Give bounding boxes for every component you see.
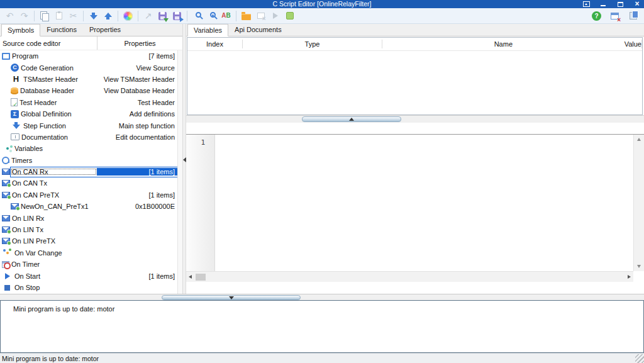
find-button[interactable] xyxy=(190,9,204,23)
symbols-tree: Program [7 items] Code Generation View S… xyxy=(0,50,182,294)
tree-row[interactable]: On Start [1 items] xyxy=(0,270,178,281)
tree-item-value[interactable]: Test Header xyxy=(97,99,177,106)
close-window-button[interactable] xyxy=(608,9,622,23)
column-source-code-editor[interactable]: Source code editor xyxy=(0,36,97,50)
tree-row[interactable]: Test Header Test Header xyxy=(0,97,178,108)
window-layout-button[interactable] xyxy=(626,9,640,23)
code-content[interactable] xyxy=(215,135,644,282)
export-button[interactable]: ↗ xyxy=(141,9,155,23)
tree-item-value[interactable]: [1 items] xyxy=(97,168,177,176)
tree-item-value[interactable]: Add definitions xyxy=(97,110,177,118)
move-down-button[interactable] xyxy=(86,9,101,23)
resize-grip-icon[interactable] xyxy=(635,354,644,363)
tree-row[interactable]: On CAN PreTX [1 items] xyxy=(0,189,178,201)
move-up-button[interactable] xyxy=(101,9,115,23)
run-button[interactable] xyxy=(268,9,282,23)
scrollbar-thumb[interactable] xyxy=(196,274,206,281)
table-column-header[interactable]: Value xyxy=(625,40,642,48)
maximize-button[interactable] xyxy=(616,1,625,8)
undo-button[interactable]: ↶ xyxy=(3,9,17,23)
left-tab[interactable]: Symbols xyxy=(1,24,40,36)
tree-row[interactable]: On CAN Tx xyxy=(0,177,178,189)
tree-row[interactable]: On Var Change xyxy=(0,247,178,259)
code-editor[interactable]: 1 xyxy=(186,134,644,282)
minimize-button[interactable] xyxy=(599,1,608,8)
right-tab[interactable]: Variables xyxy=(187,24,228,36)
color-button[interactable] xyxy=(121,9,135,23)
tree-item-label: On Timer xyxy=(10,260,97,268)
tree-item-value[interactable]: Main step function xyxy=(97,122,177,130)
left-tabbar: Symbols Functions Properties xyxy=(0,24,182,36)
save-button[interactable] xyxy=(155,9,170,23)
copy-button[interactable] xyxy=(37,9,52,23)
dock-button[interactable] xyxy=(582,1,591,8)
tree-item-value[interactable]: View Database Header xyxy=(97,87,177,94)
paste-button[interactable] xyxy=(52,9,66,23)
tree-row[interactable]: On LIN Rx xyxy=(0,212,178,223)
tree-item-value[interactable]: Edit documentation xyxy=(97,133,177,141)
tree-row[interactable]: Variables xyxy=(0,143,178,154)
close-button[interactable] xyxy=(633,1,641,8)
clear-editor-button[interactable] xyxy=(253,9,268,23)
tree-row[interactable]: TSMaster Header View TSMaster Header xyxy=(0,74,178,85)
tree-row[interactable]: On LIN PreTX xyxy=(0,235,178,247)
arrow-down-icon xyxy=(90,13,97,20)
tree-row[interactable]: On CAN Rx [1 items] xyxy=(0,166,178,177)
on-stop-icon xyxy=(2,282,13,293)
tree-row[interactable]: On LIN Tx xyxy=(0,224,178,235)
scroll-right-icon[interactable] xyxy=(628,275,631,279)
column-properties[interactable]: Properties xyxy=(97,40,182,47)
redo-button[interactable]: ↷ xyxy=(17,9,31,23)
splitter-handle[interactable] xyxy=(302,116,401,122)
table-editor-splitter[interactable] xyxy=(186,115,644,123)
tree-item-label: On CAN PreTX xyxy=(11,191,97,199)
tree-row[interactable]: Database Header View Database Header xyxy=(0,85,178,96)
state-indicator xyxy=(282,9,297,23)
scroll-down-icon[interactable] xyxy=(637,265,641,268)
save-as-button[interactable] xyxy=(170,9,184,23)
table-column-header[interactable]: Name xyxy=(382,40,625,48)
editor-horizontal-scrollbar[interactable] xyxy=(186,271,633,282)
splitter-handle[interactable] xyxy=(162,295,301,300)
scroll-up-icon[interactable] xyxy=(637,138,641,141)
find-in-view-button[interactable] xyxy=(204,9,219,23)
tree-item-value[interactable]: View Source xyxy=(97,64,177,72)
tree-item-label: On CAN Tx xyxy=(11,179,97,187)
tree-item-value[interactable]: 0x1B00000E xyxy=(97,203,177,210)
left-tab[interactable]: Functions xyxy=(40,24,83,36)
tree-item-label: On Var Change xyxy=(13,249,97,257)
line-number-gutter: 1 xyxy=(186,135,215,282)
tree-item-value[interactable]: [7 items] xyxy=(97,52,177,60)
search-view-icon xyxy=(210,12,216,18)
find-replace-button[interactable] xyxy=(219,9,233,23)
tree-row[interactable]: Code Generation View Source xyxy=(0,62,178,73)
tree-row[interactable]: On Timer xyxy=(0,259,178,270)
tree-item-label: Documentation xyxy=(20,133,97,141)
right-tab[interactable]: Api Documents xyxy=(228,24,288,36)
tree-row[interactable]: Global Definition Add definitions xyxy=(0,108,178,120)
scroll-left-icon[interactable] xyxy=(189,275,192,279)
editor-vertical-scrollbar[interactable] xyxy=(633,135,644,271)
table-column-header[interactable]: Index xyxy=(187,40,243,48)
find-replace-icon xyxy=(221,13,230,19)
tree-row[interactable]: Program [7 items] xyxy=(0,50,178,62)
cut-button[interactable]: ✂ xyxy=(66,9,80,23)
tree-row[interactable]: Timers xyxy=(0,155,178,166)
help-button[interactable] xyxy=(589,9,604,23)
tree-item-label: Global Definition xyxy=(19,110,97,118)
tree-item-value[interactable]: View TSMaster Header xyxy=(97,75,177,83)
tree-row[interactable]: On Stop xyxy=(0,282,178,293)
open-folder-button[interactable] xyxy=(239,9,253,23)
table-column-header[interactable]: Type xyxy=(243,40,382,48)
left-panel: Symbols Functions Properties Source code… xyxy=(0,24,182,294)
tree-row[interactable]: Documentation Edit documentation xyxy=(0,131,178,143)
tree-item-value[interactable]: [1 items] xyxy=(97,191,177,199)
tree-row[interactable]: Step Function Main step function xyxy=(0,120,178,131)
left-tab[interactable]: Properties xyxy=(83,24,127,36)
code-generation-icon xyxy=(11,64,19,72)
tree-item-label: Database Header xyxy=(19,87,97,94)
variables-table-body[interactable] xyxy=(187,51,642,114)
tree-item-value[interactable]: [1 items] xyxy=(97,272,177,280)
tree-row[interactable]: NewOn_CAN_PreTx1 0x1B00000E xyxy=(0,201,178,212)
message-splitter[interactable] xyxy=(0,294,644,300)
